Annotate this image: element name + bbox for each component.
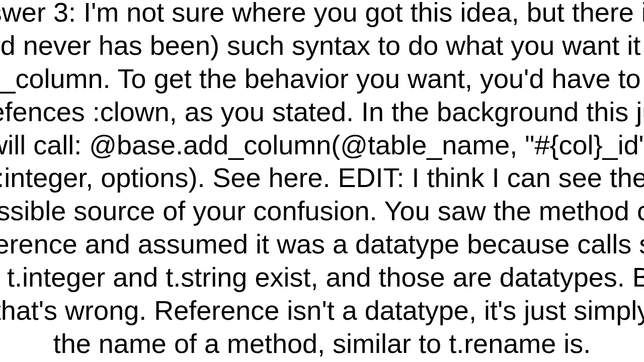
answer-body-text: Answer 3: I'm not sure where you got thi… (0, 0, 644, 360)
